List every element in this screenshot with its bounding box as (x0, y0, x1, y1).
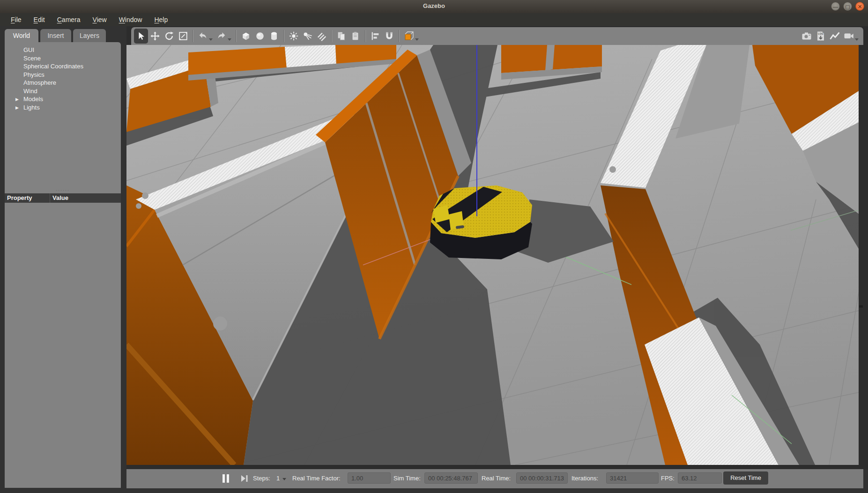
resize-handle[interactable] (859, 305, 863, 308)
align-button[interactable] (368, 29, 382, 44)
minimize-button[interactable]: — (831, 2, 840, 11)
tree-item-gui[interactable]: GUI (5, 46, 121, 54)
cursor-arrow-icon (136, 31, 146, 41)
copy-icon (336, 31, 347, 41)
spot-light-icon (303, 31, 313, 41)
tree-item-atmosphere[interactable]: Atmosphere (5, 79, 121, 87)
video-record-button[interactable] (842, 29, 856, 44)
rtf-label: Real Time Factor: (292, 475, 341, 482)
step-icon[interactable] (240, 474, 249, 483)
3d-viewport[interactable] (126, 45, 863, 465)
redo-button[interactable] (215, 29, 229, 44)
select-tool-button[interactable] (134, 29, 148, 44)
menu-camera[interactable]: Camera (52, 15, 86, 25)
window-title: Gazebo (0, 0, 868, 12)
steps-dropdown-icon[interactable] (282, 478, 286, 480)
reset-time-button[interactable]: Reset Time (723, 471, 768, 485)
tree-item-lights[interactable]: ▶Lights (5, 103, 121, 112)
steps-label: Steps: (253, 475, 270, 482)
paste-icon (350, 31, 361, 41)
undo-dropdown-icon[interactable] (209, 38, 213, 41)
insert-sphere-button[interactable] (253, 29, 267, 44)
align-icon (370, 31, 380, 41)
tree-item-physics[interactable]: Physics (5, 71, 121, 79)
tree-item-scene[interactable]: Scene (5, 54, 121, 63)
rtf-field[interactable]: 1.00 (348, 472, 391, 484)
window-controls: — ▢ ✕ (831, 2, 864, 11)
toolbar-separator (193, 30, 193, 42)
line-chart-icon (829, 30, 840, 42)
panel-splitter[interactable]: ······ (5, 189, 121, 193)
toolbar-separator (365, 30, 366, 42)
viewport-right-border (859, 45, 863, 465)
property-table-body (5, 203, 121, 488)
redo-dropdown-icon[interactable] (228, 38, 231, 41)
scale-tool-button[interactable] (176, 29, 190, 44)
maximize-button[interactable]: ▢ (843, 2, 852, 11)
simulation-statusbar: Steps: 1 Real Time Factor: 1.00 Sim Time… (126, 469, 863, 488)
directional-light-icon (317, 31, 327, 41)
fps-field[interactable]: 63.12 (678, 472, 722, 484)
pause-icon[interactable] (222, 474, 230, 483)
magnet-icon (384, 31, 394, 41)
translate-tool-button[interactable] (148, 29, 162, 44)
property-table-header: Property Value (5, 193, 121, 203)
tree-item-models[interactable]: ▶Models (5, 95, 121, 103)
toolbar-separator (236, 30, 237, 42)
expander-icon[interactable]: ▶ (15, 96, 19, 104)
tab-insert[interactable]: Insert (40, 29, 71, 43)
steps-value[interactable]: 1 (276, 475, 280, 482)
iterations-field[interactable]: 31421 (606, 472, 659, 484)
menu-file[interactable]: File (6, 15, 27, 25)
fps-label: FPS: (661, 475, 675, 482)
menubar: File Edit Camera View Window Help (0, 13, 868, 26)
column-property: Property (5, 193, 50, 203)
toolbar-separator (283, 30, 284, 42)
menu-view[interactable]: View (88, 15, 112, 25)
sim-time-field[interactable]: 00 00:25:48.767 (424, 472, 478, 484)
video-dropdown-icon[interactable] (855, 38, 859, 41)
directional-light-button[interactable] (315, 29, 329, 44)
point-light-button[interactable] (287, 29, 301, 44)
undo-icon (198, 31, 208, 41)
undo-button[interactable] (196, 29, 210, 44)
tab-world[interactable]: World (5, 29, 38, 43)
screenshot-button[interactable] (800, 29, 814, 44)
sim-time-label: Sim Time: (393, 475, 421, 482)
menu-help[interactable]: Help (149, 15, 173, 25)
rotate-tool-button[interactable] (162, 29, 176, 44)
spot-light-button[interactable] (301, 29, 315, 44)
tab-layers[interactable]: Layers (73, 29, 106, 43)
redo-icon (216, 31, 227, 41)
right-toolbar-group: LOG (800, 29, 861, 44)
real-time-label: Real Time: (482, 475, 511, 482)
menu-edit[interactable]: Edit (29, 15, 50, 25)
snap-button[interactable] (382, 29, 396, 44)
plot-button[interactable] (828, 29, 842, 44)
paste-button[interactable] (349, 29, 363, 44)
titlebar[interactable]: Gazebo — ▢ ✕ (0, 0, 868, 14)
close-button[interactable]: ✕ (855, 2, 864, 11)
expander-icon[interactable]: ▶ (15, 104, 19, 112)
viewport-area: LOG (126, 26, 868, 470)
copy-button[interactable] (334, 29, 349, 44)
insert-cylinder-button[interactable] (267, 29, 281, 44)
scale-icon (178, 31, 188, 41)
cylinder-icon (269, 31, 279, 41)
log-record-button[interactable]: LOG (814, 29, 828, 44)
svg-text:LOG: LOG (818, 32, 823, 35)
sphere-icon (255, 31, 265, 41)
iterations-label: Iterations: (571, 475, 598, 482)
tree-item-spherical-coordinates[interactable]: Spherical Coordinates (5, 62, 121, 71)
view-angle-button[interactable] (402, 29, 416, 44)
point-light-icon (289, 31, 299, 41)
rotate-icon (164, 31, 174, 41)
window-bottom-edge (0, 488, 868, 493)
toolbar-separator (399, 30, 400, 42)
menu-window[interactable]: Window (114, 15, 148, 25)
tree-item-wind[interactable]: Wind (5, 87, 121, 96)
move-icon (150, 31, 160, 41)
view-angle-dropdown-icon[interactable] (415, 38, 419, 41)
insert-box-button[interactable] (239, 29, 253, 44)
real-time-field[interactable]: 00 00:00:31.713 (516, 472, 568, 484)
